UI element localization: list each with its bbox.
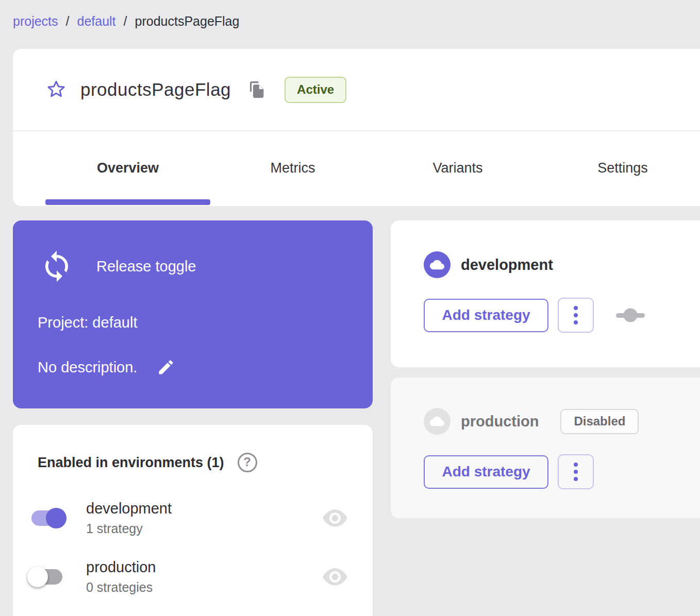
favorite-star-icon[interactable] [45, 79, 67, 100]
environment-labels: production 0 strategies [86, 559, 156, 595]
production-toggle[interactable] [29, 565, 71, 589]
environment-name: development [86, 500, 172, 517]
copy-icon [248, 80, 265, 99]
kebab-dot [574, 463, 578, 467]
description-text: No description. [38, 359, 137, 376]
kebab-menu-button[interactable] [558, 298, 594, 333]
development-panel-actions: Add strategy [424, 298, 700, 333]
tab-variants[interactable]: Variants [375, 131, 540, 205]
tab-metrics[interactable]: Metrics [210, 131, 375, 205]
cloud-icon [424, 251, 451, 278]
environment-strategy-count: 0 strategies [86, 580, 156, 595]
production-panel-actions: Add strategy [424, 454, 700, 489]
cloud-icon [424, 408, 451, 435]
rollout-slider-icon [615, 307, 645, 323]
toggle-thumb [27, 567, 48, 587]
environment-panel-name: production [461, 413, 539, 430]
edit-description-button[interactable] [157, 358, 175, 377]
page-title: productsPageFlag [80, 79, 231, 100]
active-tab-indicator [45, 199, 210, 205]
tab-bar: Overview Metrics Variants Settings [13, 131, 700, 205]
kebab-dot [574, 320, 578, 324]
environment-labels: development 1 strategy [86, 500, 172, 536]
enabled-environments-header: Enabled in environments (1) ? [38, 425, 348, 472]
visibility-eye-icon[interactable] [322, 509, 348, 527]
description-row: No description. [38, 358, 348, 377]
kebab-dot [574, 477, 578, 481]
development-environment-panel: development Add strategy [391, 220, 700, 367]
pencil-icon [157, 358, 175, 377]
environment-name: production [86, 559, 156, 576]
kebab-dot [574, 306, 578, 310]
breadcrumb: projects / default / productsPageFlag [13, 14, 239, 29]
status-badge: Active [285, 77, 346, 103]
environment-strategy-count: 1 strategy [86, 521, 172, 536]
visibility-eye-icon[interactable] [322, 568, 348, 586]
environment-panel-name: development [461, 256, 553, 273]
help-icon[interactable]: ? [238, 453, 257, 472]
toggle-thumb [46, 508, 66, 528]
enabled-environments-card: Enabled in environments (1) ? developmen… [13, 425, 373, 616]
production-environment-panel: production Disabled Add strategy [391, 378, 700, 518]
environment-row-development: development 1 strategy [29, 500, 348, 536]
kebab-dot [574, 470, 578, 474]
toggle-type-card: Release toggle Project: default No descr… [13, 220, 373, 408]
breadcrumb-separator: / [124, 14, 127, 29]
project-label: Project: default [38, 314, 348, 331]
tab-overview[interactable]: Overview [45, 131, 210, 205]
copy-name-button[interactable] [248, 80, 265, 99]
production-panel-header: production Disabled [424, 378, 700, 435]
star-outline-icon [45, 79, 67, 100]
enabled-environments-title: Enabled in environments (1) [38, 455, 224, 471]
development-panel-header: development [424, 220, 700, 278]
breadcrumb-link-default[interactable]: default [77, 14, 116, 29]
environment-row-production: production 0 strategies [29, 559, 348, 595]
flag-header-card: productsPageFlag Active Overview Metrics… [13, 49, 700, 206]
release-toggle-sync-icon [40, 249, 74, 283]
toggle-type-label: Release toggle [96, 258, 196, 275]
kebab-dot [574, 313, 578, 317]
breadcrumb-link-projects[interactable]: projects [13, 14, 58, 29]
add-strategy-button[interactable]: Add strategy [424, 299, 548, 332]
add-strategy-button[interactable]: Add strategy [424, 455, 548, 489]
development-toggle[interactable] [29, 506, 71, 530]
tab-settings[interactable]: Settings [540, 131, 700, 205]
kebab-menu-button[interactable] [558, 454, 594, 489]
breadcrumb-current-flag: productsPageFlag [135, 14, 240, 29]
flag-title-row: productsPageFlag Active [13, 49, 700, 131]
disabled-badge: Disabled [560, 409, 639, 434]
toggle-type-header: Release toggle [40, 220, 348, 283]
breadcrumb-separator: / [66, 14, 70, 29]
